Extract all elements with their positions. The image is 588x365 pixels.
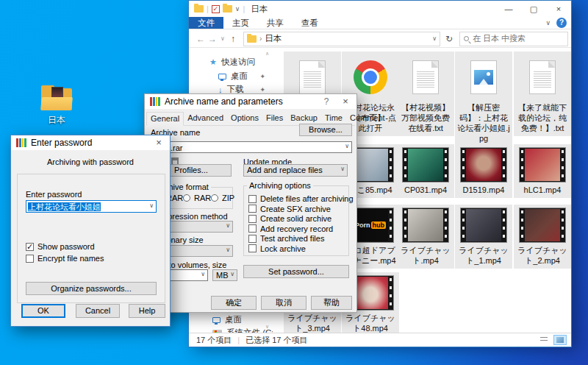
radio-icon <box>211 194 218 202</box>
desktop-icon-nihon[interactable]: 日本 <box>35 85 78 127</box>
file-name: ライブチャット.mp4 <box>397 245 454 266</box>
search-placeholder: 在 日本 中搜索 <box>473 33 526 44</box>
help-icon[interactable]: ? <box>556 18 567 28</box>
split-unit-combobox[interactable]: MB <box>212 269 237 281</box>
radio-zip[interactable]: ZIP <box>211 194 234 202</box>
file-name: ライブチャット_1.mp4 <box>455 245 512 266</box>
file-tile[interactable]: 【解压密码】：上村花论坛看小姐姐.jpg <box>455 52 512 146</box>
show-password-checkbox[interactable]: Show password <box>26 242 95 251</box>
ribbon-tabs: 文件主页共享查看 ∨ ? <box>189 17 571 29</box>
help-button[interactable]: 帮助 <box>311 296 352 310</box>
archiving-options-label: Archiving options <box>247 181 313 190</box>
video-thumbnail <box>519 208 566 243</box>
scroll-up-icon[interactable]: ∧ <box>264 51 270 57</box>
forward-button[interactable]: → <box>207 34 218 44</box>
file-tile[interactable]: hLC1.mp4 <box>514 144 571 198</box>
menu-tab-4[interactable]: 查看 <box>293 17 327 29</box>
desktop-icon-label: 日本 <box>35 114 78 127</box>
file-tile[interactable]: CP031.mp4 <box>397 144 454 198</box>
maximize-button[interactable]: ▢ <box>521 1 546 17</box>
refresh-button[interactable]: ↻ <box>442 32 456 46</box>
menu-tab-3[interactable]: 共享 <box>258 17 293 29</box>
up-button[interactable]: ↑ <box>227 34 239 44</box>
address-bar: ← → ∨ ↑ › 日本 ∨ ↻ 在 日本 中搜索 <box>189 30 571 48</box>
cancel-button[interactable]: Cancel <box>76 304 120 318</box>
file-name: ライブチャット48.mp4 <box>342 313 399 333</box>
winrar-tab-advanced[interactable]: Advanced <box>184 112 227 125</box>
file-tile[interactable]: ライブチャット_1.mp4 <box>455 205 512 269</box>
breadcrumb-folder[interactable]: 日本 <box>265 33 282 44</box>
minimize-button[interactable]: — <box>496 1 521 17</box>
details-view-button[interactable] <box>537 335 551 345</box>
set-password-button[interactable]: Set password... <box>243 265 349 278</box>
folder-icon[interactable] <box>223 5 232 13</box>
search-input[interactable]: 在 日本 中搜索 <box>459 32 568 46</box>
recent-locations-icon[interactable]: ∨ <box>218 35 227 42</box>
winrar-tab-general[interactable]: General <box>146 112 184 126</box>
dialog-title: Archive name and parameters <box>165 96 283 107</box>
star-icon: ★ <box>209 57 217 67</box>
folder-icon <box>247 35 257 43</box>
checkbox-icon <box>248 205 257 213</box>
file-name: hLC1.mp4 <box>514 185 571 195</box>
help-button[interactable]: Help <box>129 304 165 318</box>
winrar-tab-options[interactable]: Options <box>227 112 262 125</box>
menu-tab-2[interactable]: 主页 <box>223 17 258 29</box>
checkbox-icon <box>248 235 257 243</box>
sidebar-item-quick-access[interactable]: ★ 快速访问 <box>209 57 255 68</box>
address-dropdown-icon[interactable]: ∨ <box>432 35 437 42</box>
file-name: 【村花视频】万部视频免费在线看.txt <box>397 102 454 133</box>
browse-button[interactable]: Browse... <box>299 124 352 136</box>
file-tile[interactable]: 【来了就能下载的论坛，纯免费！】.txt <box>514 52 571 136</box>
option-checkbox-5[interactable]: Test archived files <box>248 234 324 243</box>
image-file-icon <box>470 60 497 94</box>
monitor-icon <box>212 317 220 323</box>
option-checkbox-6[interactable]: Lock archive <box>248 244 306 253</box>
file-name: 【解压密码】：上村花论坛看小姐姐.jpg <box>455 102 512 143</box>
close-button[interactable]: × <box>546 1 571 17</box>
file-name: CP031.mp4 <box>397 185 454 195</box>
sidebar-item-desktop-2[interactable]: 桌面 <box>212 314 242 325</box>
cancel-button[interactable]: 取消 <box>261 296 306 310</box>
option-checkbox-3[interactable]: Create solid archive <box>248 214 331 223</box>
video-thumbnail <box>402 208 449 243</box>
text-file-icon <box>529 60 556 94</box>
quick-access-toolbar: | ✓ ∨ | 日本 <box>189 4 268 15</box>
dialog-close-button[interactable]: × <box>152 137 165 148</box>
file-tile[interactable]: D1519.mp4 <box>455 144 512 198</box>
option-checkbox-2[interactable]: Create SFX archive <box>248 205 331 213</box>
dialog-help-button[interactable]: ? <box>321 96 331 107</box>
organize-passwords-button[interactable]: Organize passwords... <box>26 282 157 295</box>
ok-button[interactable]: OK <box>21 304 65 318</box>
checkbox-icon <box>248 244 257 252</box>
qat-check-icon[interactable]: ✓ <box>212 5 220 13</box>
option-checkbox-1[interactable]: Delete files after archiving <box>248 194 354 203</box>
archive-name-combobox[interactable]: 日本.rar <box>151 141 352 153</box>
winrar-tab-files[interactable]: Files <box>262 112 287 125</box>
qat-dropdown-icon[interactable]: ∨ <box>235 5 240 13</box>
pornhub-logo: Pornhub <box>353 209 388 241</box>
folder-icon[interactable] <box>194 5 204 13</box>
winrar-dialog: Archive name and parameters ? × GeneralA… <box>144 93 357 313</box>
back-button[interactable]: ← <box>195 34 207 44</box>
search-icon <box>464 36 469 41</box>
ribbon-collapse-icon[interactable]: ∨ <box>545 19 551 26</box>
file-tile[interactable]: ライブチャット_2.mp4 <box>514 205 571 269</box>
thumbnail-view-button[interactable] <box>553 335 567 345</box>
file-tile[interactable]: ライブチャット.mp4 <box>397 205 454 269</box>
video-thumbnail <box>402 147 449 182</box>
winrar-icon <box>150 97 160 106</box>
menu-tab-1[interactable]: 文件 <box>189 17 223 29</box>
encrypt-names-checkbox[interactable]: Encrypt file names <box>26 254 104 263</box>
winrar-tab-comment[interactable]: Comment <box>346 112 389 125</box>
status-bar: 17 个项目 | 已选择 17 个项目 <box>189 333 571 347</box>
breadcrumb[interactable]: › 日本 ∨ <box>243 32 440 46</box>
option-checkbox-4[interactable]: Add recovery record <box>248 224 333 233</box>
password-combobox[interactable]: 上村花论坛看小姐姐 <box>26 200 157 213</box>
update-mode-combobox[interactable]: Add and replace files <box>243 164 348 177</box>
dialog-close-button[interactable]: × <box>339 96 352 107</box>
ok-button[interactable]: 确定 <box>211 296 257 310</box>
scroll-down-icon[interactable]: ∨ <box>264 324 270 330</box>
video-thumbnail <box>519 147 566 182</box>
file-tile[interactable]: 【村花视频】万部视频免费在线看.txt <box>397 52 454 136</box>
